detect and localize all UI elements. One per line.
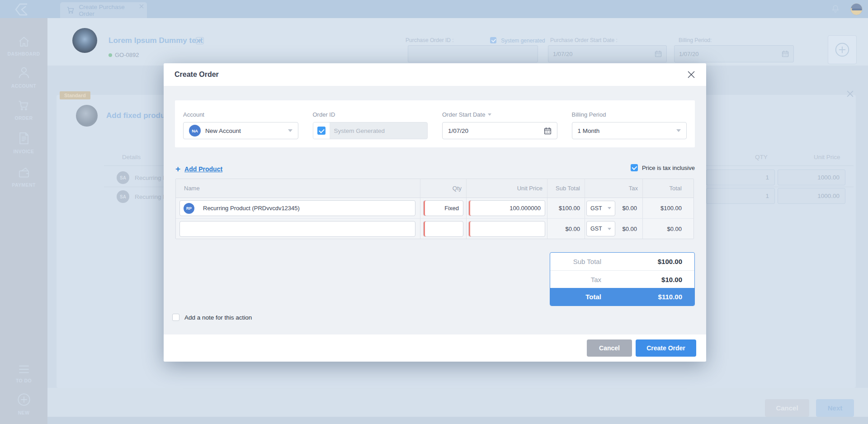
total-value: $110.00 [601, 293, 694, 301]
system-generated-label: System generated [501, 38, 545, 44]
person-icon [17, 66, 31, 80]
add-note-toggle[interactable]: Add a note for this action [172, 314, 252, 321]
sidebar-item-invoice[interactable]: INVOICE [0, 131, 47, 154]
bg-qty-input[interactable]: 1 [706, 170, 775, 185]
tax-inclusive-checkbox[interactable] [631, 164, 638, 171]
page-title-dropdown[interactable] [196, 37, 204, 44]
start-date-label-text: Order Start Date [442, 111, 485, 118]
sidebar-item-todo[interactable]: TO DO [0, 364, 47, 383]
calendar-icon [782, 50, 789, 57]
product-name-box[interactable]: RP [179, 200, 415, 216]
order-id-field: Order ID System Generated [313, 111, 428, 147]
product-name-input[interactable] [203, 205, 411, 212]
logo-icon [14, 3, 31, 16]
tab-close-icon[interactable] [139, 4, 144, 9]
unit-price-input[interactable] [468, 221, 545, 237]
panel-close-icon[interactable] [846, 90, 854, 98]
sidebar-label-todo: TO DO [16, 378, 32, 383]
notifications-bell-icon[interactable] [830, 4, 840, 14]
tax-inclusive-toggle[interactable]: Price is tax inclusive [631, 164, 695, 171]
unit-price-cell [466, 198, 547, 218]
tax-type-select[interactable]: GST [586, 201, 615, 216]
product-section-avatar [76, 105, 98, 127]
app-logo[interactable] [14, 3, 31, 16]
system-generated-toggle[interactable]: System generated [490, 37, 545, 44]
qty-cell [420, 219, 466, 239]
sidebar-label-dashboard: DASHBOARD [8, 51, 40, 57]
bg-cancel-button[interactable]: Cancel [765, 399, 809, 417]
table-row: $0.00 GST $0.00 $0.00 [176, 218, 693, 239]
billing-period-select[interactable]: 1 Month [572, 122, 687, 139]
account-select[interactable]: NA New Account [183, 122, 298, 139]
tax-value: $0.00 [615, 226, 637, 232]
col-sub-total: Sub Total [547, 179, 585, 198]
order-avatar [72, 28, 97, 53]
sidebar-item-payment[interactable]: PAYMENT [0, 166, 47, 188]
po-start-date-input[interactable]: 1/07/20 [548, 45, 667, 62]
summary-tax-row: Tax $10.00 [550, 270, 694, 288]
billing-period-value: 1 Month [578, 127, 600, 134]
summary-total-row: Total $110.00 [550, 288, 694, 306]
sidebar-item-account[interactable]: ACCOUNT [0, 66, 47, 89]
standard-badge: Standard [60, 91, 90, 99]
start-date-input[interactable]: 1/07/20 [442, 122, 557, 139]
unit-price-input[interactable] [468, 200, 545, 216]
add-product-link[interactable]: + Add Product [175, 165, 222, 173]
sidebar-item-order[interactable]: ORDER [0, 99, 47, 121]
sidebar-item-dashboard[interactable]: DASHBOARD [0, 35, 47, 57]
bg-unit-price-input[interactable]: 1000.00 [778, 188, 845, 204]
qty-input[interactable] [423, 221, 463, 237]
system-generated-checkbox[interactable] [317, 127, 326, 135]
calendar-icon [544, 127, 552, 135]
qty-value: 1 [765, 174, 769, 181]
page-title: Lorem Ipsum Dummy text [108, 36, 203, 45]
note-label: Add a note for this action [184, 314, 252, 321]
add-section-button[interactable] [828, 35, 857, 64]
tab-create-purchase-order[interactable]: Create Purchase Order [60, 2, 147, 18]
qty-column-header: QTY [755, 154, 768, 160]
create-order-button[interactable]: Create Order [636, 339, 696, 357]
bg-qty-input[interactable]: 1 [706, 188, 775, 204]
name-cell [176, 219, 420, 239]
sort-caret-icon [488, 113, 491, 116]
start-date-label: Order Start Date [442, 111, 557, 118]
po-id-input[interactable] [408, 45, 538, 62]
tab-label: Create Purchase Order [79, 4, 141, 17]
sidebar-label-payment: PAYMENT [12, 182, 35, 188]
po-start-label: Purchase Order Start Date : [550, 37, 618, 43]
product-name-input[interactable] [184, 226, 411, 232]
product-name-box[interactable] [179, 221, 415, 237]
col-tax: Tax [585, 179, 642, 198]
topbar-right [830, 0, 863, 18]
chevron-down-icon [288, 129, 292, 132]
col-total: Total [642, 179, 694, 198]
todo-list-icon [17, 364, 31, 375]
sub-total-value: $0.00 [565, 226, 580, 232]
table-header-row: Name Qty Unit Price Sub Total Tax Total [176, 179, 693, 198]
tax-cell: GST $0.00 [585, 219, 642, 239]
tax-value: $10.00 [601, 276, 694, 283]
billing-period-label: Billing Period: [679, 37, 712, 43]
modal-close-icon[interactable] [687, 71, 695, 79]
chevron-down-icon [198, 40, 202, 42]
details-column-header: Details [122, 154, 141, 160]
qty-input[interactable] [423, 200, 463, 216]
user-avatar[interactable] [850, 3, 863, 15]
sidebar-label-account: ACCOUNT [11, 83, 36, 89]
bg-next-button[interactable]: Next [816, 399, 854, 417]
sidebar-item-new[interactable]: NEW [0, 392, 47, 415]
note-checkbox[interactable] [172, 314, 179, 321]
account-label: Account [183, 111, 298, 118]
account-avatar: NA [189, 125, 201, 137]
cancel-button[interactable]: Cancel [587, 339, 632, 357]
qty-value: 1 [765, 193, 769, 199]
plus-icon: + [175, 165, 180, 173]
unit-price-value: 1000.00 [817, 193, 840, 199]
start-date-field: Order Start Date 1/07/20 [442, 111, 557, 147]
tax-type-select[interactable]: GST [586, 221, 615, 236]
bg-unit-price-input[interactable]: 1000.00 [778, 170, 845, 185]
checkbox-checked-icon [490, 37, 496, 43]
chevron-down-icon [608, 207, 611, 209]
sidebar-label-order: ORDER [15, 115, 33, 121]
billing-period-input[interactable]: 1/07/20 [674, 45, 794, 62]
